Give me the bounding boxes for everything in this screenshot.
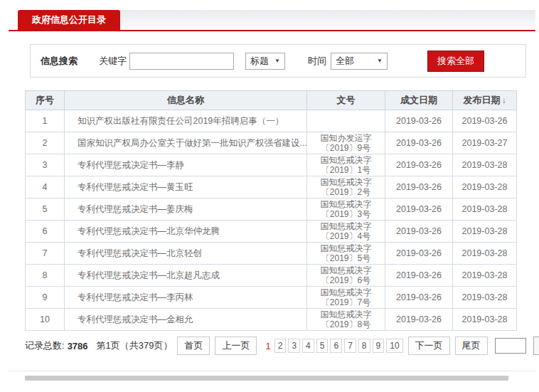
cell-date-published: 2019-03-26 — [453, 110, 517, 132]
cell-doc-no: 国知惩戒决字〔2019〕3号 — [307, 198, 385, 221]
jump-button[interactable]: 跳转 — [533, 337, 539, 355]
first-page-button[interactable]: 首页 — [177, 337, 210, 355]
horizontal-scrollbar[interactable] — [25, 376, 508, 381]
cell-name-link[interactable]: 国家知识产权局办公室关于做好第一批知识产权强省建设... — [65, 132, 307, 154]
cell-no: 3 — [26, 154, 65, 176]
cell-date-written: 2019-03-26 — [385, 176, 453, 198]
time-select-value: 全部 — [336, 55, 354, 68]
cell-doc-no: 国知惩戒决字〔2019〕1号 — [307, 154, 385, 176]
table-row: 5 专利代理惩戒决定书—姜庆梅 国知惩戒决字〔2019〕3号 2019-03-2… — [26, 198, 517, 221]
cell-date-written: 2019-03-26 — [385, 132, 453, 154]
page-number-6[interactable]: 6 — [330, 339, 342, 353]
page-number-8[interactable]: 8 — [358, 339, 370, 353]
cell-date-written: 2019-03-26 — [385, 110, 453, 132]
panel-bottom-edge — [9, 371, 535, 371]
time-label: 时间 — [308, 55, 326, 68]
cell-date-published: 2019-03-28 — [453, 221, 517, 243]
page-number-9[interactable]: 9 — [373, 339, 385, 353]
table-row: 1 知识产权出版社有限责任公司2019年招聘启事（一） 2019-03-26 2… — [26, 110, 517, 132]
header-date-published[interactable]: 发布日期↓ — [453, 91, 517, 110]
page-number-4[interactable]: 4 — [302, 339, 314, 353]
page-number-2[interactable]: 2 — [274, 339, 287, 353]
field-select-value: 标题 — [250, 55, 269, 68]
jump-page-input[interactable] — [495, 338, 526, 354]
document-table: 序号 信息名称 文号 成文日期 发布日期↓ 1 知识产权出版社有限责任公司201… — [25, 90, 517, 331]
page-number-5[interactable]: 5 — [316, 339, 329, 353]
cell-no: 5 — [26, 198, 65, 221]
cell-doc-no — [307, 110, 385, 132]
keyword-input[interactable] — [129, 53, 234, 70]
cell-name-link[interactable]: 专利代理惩戒决定书—金相允 — [65, 309, 307, 331]
cell-doc-no: 国知惩戒决字〔2019〕2号 — [307, 176, 385, 198]
cell-name-link[interactable]: 知识产权出版社有限责任公司2019年招聘启事（一） — [65, 110, 307, 132]
table-header-row: 序号 信息名称 文号 成文日期 发布日期↓ — [26, 91, 517, 110]
cell-name-link[interactable]: 专利代理惩戒决定书—黄玉旺 — [65, 176, 307, 198]
cell-date-published: 2019-03-28 — [453, 243, 517, 265]
cell-date-written: 2019-03-26 — [385, 198, 453, 221]
cell-name-link[interactable]: 专利代理惩戒决定书—李丙林 — [65, 287, 307, 309]
table-row: 9 专利代理惩戒决定书—李丙林 国知惩戒决字〔2019〕7号 2019-03-2… — [26, 287, 517, 309]
cell-name-link[interactable]: 专利代理惩戒决定书—北京轻创 — [65, 243, 307, 265]
prev-page-button[interactable]: 上一页 — [215, 337, 257, 355]
cell-doc-no: 国知惩戒决字〔2019〕4号 — [307, 221, 385, 243]
cell-doc-no: 国知惩戒决字〔2019〕8号 — [307, 309, 385, 331]
table-row: 3 专利代理惩戒决定书—李静 国知惩戒决字〔2019〕1号 2019-03-26… — [26, 154, 517, 176]
cell-date-written: 2019-03-26 — [385, 309, 453, 331]
page-number-10[interactable]: 10 — [386, 339, 402, 353]
header-date-written: 成文日期 — [385, 91, 453, 110]
search-section-label: 信息搜索 — [41, 55, 78, 68]
chevron-down-icon: ▼ — [274, 58, 280, 64]
cell-name-link[interactable]: 专利代理惩戒决定书—北京华仲龙腾 — [65, 221, 307, 243]
sort-desc-icon: ↓ — [502, 95, 506, 105]
cell-name-link[interactable]: 专利代理惩戒决定书—姜庆梅 — [65, 198, 307, 221]
cell-date-published: 2019-03-27 — [453, 132, 517, 154]
cell-date-published: 2019-03-28 — [453, 154, 517, 176]
cell-name-link[interactable]: 专利代理惩戒决定书—李静 — [65, 154, 307, 176]
cell-doc-no: 国知办发运字〔2019〕9号 — [307, 132, 385, 154]
keyword-label: 关键字 — [99, 55, 127, 68]
cell-doc-no: 国知惩戒决字〔2019〕7号 — [307, 287, 385, 309]
cell-name-link[interactable]: 专利代理惩戒决定书—北京超凡志成 — [65, 265, 307, 287]
cell-date-written: 2019-03-26 — [385, 265, 453, 287]
chevron-down-icon: ▼ — [377, 58, 383, 64]
search-all-button[interactable]: 搜索全部 — [427, 51, 484, 72]
cell-date-published: 2019-03-28 — [453, 309, 517, 331]
cell-no: 1 — [26, 110, 65, 132]
cell-date-published: 2019-03-28 — [453, 198, 517, 221]
search-panel: 信息搜索 关键字 标题 ▼ 时间 全部 ▼ 搜索全部 — [30, 44, 526, 78]
header-no: 序号 — [26, 91, 65, 110]
tab-bar: 政府信息公开目录 — [18, 10, 535, 30]
page-info: 第1页（共379页） — [97, 339, 173, 352]
cell-date-published: 2019-03-28 — [453, 176, 517, 198]
tab-gov-info-directory[interactable]: 政府信息公开目录 — [18, 10, 120, 30]
table-row: 4 专利代理惩戒决定书—黄玉旺 国知惩戒决字〔2019〕2号 2019-03-2… — [26, 176, 517, 198]
cell-date-written: 2019-03-26 — [385, 287, 453, 309]
table-row: 2 国家知识产权局办公室关于做好第一批知识产权强省建设... 国知办发运字〔20… — [26, 132, 517, 154]
field-select[interactable]: 标题 ▼ — [245, 53, 285, 70]
last-page-button[interactable]: 尾页 — [455, 337, 488, 355]
header-name: 信息名称 — [65, 91, 307, 110]
table-row: 8 专利代理惩戒决定书—北京超凡志成 国知惩戒决字〔2019〕6号 2019-0… — [26, 265, 517, 287]
red-divider — [9, 30, 535, 31]
cell-date-written: 2019-03-26 — [385, 243, 453, 265]
cell-no: 6 — [26, 221, 65, 243]
cell-no: 8 — [26, 265, 65, 287]
table-row: 6 专利代理惩戒决定书—北京华仲龙腾 国知惩戒决字〔2019〕4号 2019-0… — [26, 221, 517, 243]
cell-doc-no: 国知惩戒决字〔2019〕6号 — [307, 265, 385, 287]
current-page-indicator: 1 — [265, 341, 270, 351]
cell-no: 9 — [26, 287, 65, 309]
next-page-button[interactable]: 下一页 — [408, 337, 450, 355]
cell-doc-no: 国知惩戒决字〔2019〕5号 — [307, 243, 385, 265]
records-total-label: 记录总数: — [25, 339, 65, 352]
cell-no: 7 — [26, 243, 65, 265]
records-total-value: 3786 — [68, 341, 88, 351]
cell-date-written: 2019-03-26 — [385, 221, 453, 243]
page-number-7[interactable]: 7 — [344, 339, 356, 353]
time-select[interactable]: 全部 ▼ — [331, 53, 388, 70]
cell-no: 10 — [26, 309, 65, 331]
table-row: 10 专利代理惩戒决定书—金相允 国知惩戒决字〔2019〕8号 2019-03-… — [26, 309, 517, 331]
cell-no: 2 — [26, 132, 65, 154]
pagination-bar: 记录总数: 3786 第1页（共379页） 首页 上一页 1 2 3 4 5 6… — [25, 337, 532, 355]
page-number-3[interactable]: 3 — [288, 339, 300, 353]
header-doc-no: 文号 — [307, 91, 385, 110]
